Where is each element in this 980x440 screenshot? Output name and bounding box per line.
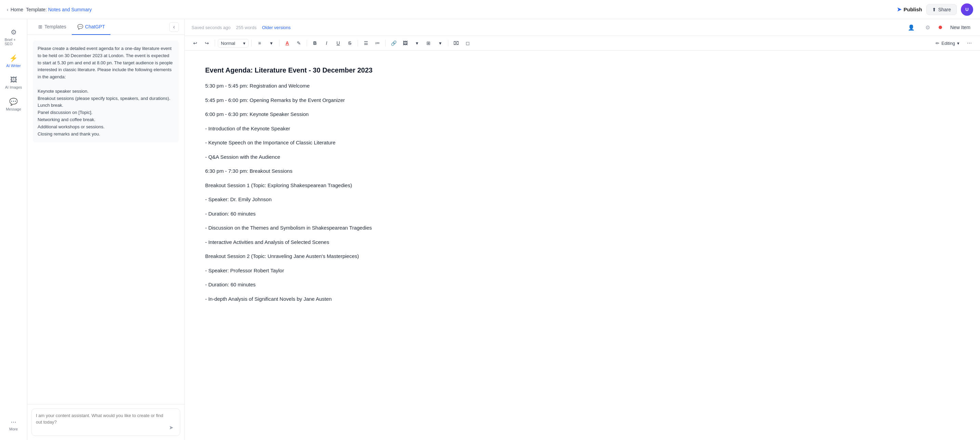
home-label: Home [11,7,23,12]
avatar[interactable]: U [961,3,973,16]
document-title: Event Agenda: Literature Event - 30 Dece… [205,64,959,76]
undo-icon: ↩ [193,40,197,46]
toolbar-divider-5 [358,40,358,46]
publish-button[interactable]: ➤ Publish [897,6,922,13]
editor-toolbar: ↩ ↪ Normal ▾ ≡ ▾ A ✎ [185,36,980,51]
redo-button[interactable]: ↪ [202,38,212,48]
send-icon: ➤ [169,424,173,431]
settings-icon-button[interactable]: ⚙ [922,22,933,33]
publish-icon: ➤ [897,6,901,13]
older-versions-link[interactable]: Older versions [262,25,291,30]
content-line-10: - Discussion on the Themes and Symbolism… [205,223,959,232]
clear-format-button[interactable]: ⌧ [451,38,461,48]
table-button[interactable]: ⊞ [423,38,434,48]
block-type-icon: ◻ [466,40,470,46]
toolbar-divider-6 [385,40,386,46]
users-icon: 👤 [908,24,915,31]
strikethrough-button[interactable]: S [345,38,355,48]
table-dropdown-button[interactable]: ▾ [435,38,445,48]
content-line-14: - Duration: 60 minutes [205,280,959,289]
breadcrumb: Template: Notes and Summary [26,7,92,12]
image-chevron-icon: ▾ [416,40,418,46]
tab-chatgpt[interactable]: 💬 ChatGPT [72,19,110,35]
link-button[interactable]: 🔗 [388,38,399,48]
new-item-button[interactable]: New Item [948,23,973,32]
toolbar-divider-3 [279,40,279,46]
tab-chatgpt-label: ChatGPT [85,24,105,29]
content-line-4: - Keynote Speech on the Importance of Cl… [205,138,959,147]
chat-panel: ⊞ Templates 💬 ChatGPT ‹ Please create a … [27,19,185,440]
text-color-icon: A [286,40,289,46]
style-label: Normal [221,41,235,46]
breadcrumb-link[interactable]: Notes and Summary [48,7,92,12]
underline-button[interactable]: U [333,38,343,48]
sidebar-item-message[interactable]: 💬 Message [2,94,25,115]
image-button[interactable]: 🖼 [400,38,410,48]
ai-writer-icon: ⚡ [9,54,18,62]
content-line-keynote-header: 6:00 pm - 6:30 pm: Keynote Speaker Sessi… [205,110,959,119]
numbered-list-button[interactable]: ≔ [372,38,383,48]
highlight-button[interactable]: ✎ [294,38,304,48]
image-icon: 🖼 [403,40,407,46]
editor-content[interactable]: Event Agenda: Literature Event - 30 Dece… [185,51,980,440]
content-line-15: - In-depth Analysis of Significant Novel… [205,295,959,303]
sidebar-item-label: Brief + SEO [5,38,22,46]
publish-label: Publish [904,6,922,12]
tab-templates-label: Templates [45,24,66,29]
content-line-0: 5:30 pm - 5:45 pm: Registration and Welc… [205,81,959,90]
sidebar-item-label: More [9,427,18,431]
bold-icon: B [313,40,317,46]
align-chevron-icon: ▾ [270,40,272,46]
word-count: 255 words [236,25,256,30]
chatgpt-icon: 💬 [77,24,83,29]
content-line-13: - Speaker: Professor Robert Taylor [205,266,959,275]
more-options-icon: ⋯ [967,40,972,46]
sidebar-item-ai-writer[interactable]: ⚡ AI Writer [2,51,25,71]
align-dropdown-button[interactable]: ▾ [266,38,276,48]
bold-button[interactable]: B [310,38,320,48]
sidebar-item-brief-seo[interactable]: ⚙ Brief + SEO [2,25,25,49]
chat-input[interactable] [36,412,164,432]
chat-input-area: ➤ [27,404,184,440]
bullet-list-icon: ☰ [364,40,368,46]
undo-button[interactable]: ↩ [190,38,200,48]
clear-format-icon: ⌧ [453,40,459,46]
style-selector[interactable]: Normal ▾ [218,39,248,48]
table-icon: ⊞ [426,40,431,46]
share-label: Share [938,7,951,12]
chat-tabs: ⊞ Templates 💬 ChatGPT ‹ [27,19,184,35]
share-icon: ⬆ [932,7,936,12]
align-icon: ≡ [258,40,261,46]
collapse-panel-button[interactable]: ‹ [169,22,179,32]
content-line-5: - Q&A Session with the Audience [205,153,959,161]
content-line-9: - Duration: 60 minutes [205,209,959,218]
user-message: Please create a detailed event agenda fo… [33,40,179,142]
editing-chevron-icon: ▾ [957,41,959,46]
chat-content: Please create a detailed event agenda fo… [27,35,184,404]
align-button[interactable]: ≡ [255,38,265,48]
tab-templates[interactable]: ⊞ Templates [33,19,72,35]
nav-right: ➤ Publish ⬆ Share U [897,3,973,16]
highlight-icon: ✎ [297,40,301,46]
chevron-left-icon: ‹ [7,7,8,12]
italic-button[interactable]: I [321,38,332,48]
more-options-button[interactable]: ⋯ [964,38,975,48]
new-item-label: New Item [950,25,970,30]
chevron-down-icon: ▾ [243,41,245,46]
home-button[interactable]: ‹ Home [7,7,23,12]
templates-icon: ⊞ [38,24,42,29]
toolbar-divider-7 [448,40,448,46]
sidebar-item-more[interactable]: ··· More [2,414,25,435]
sidebar-item-label: AI Writer [6,64,21,68]
editing-mode-button[interactable]: ✏ Editing ▾ [932,39,963,47]
image-dropdown-button[interactable]: ▾ [412,38,422,48]
send-button[interactable]: ➤ [166,422,176,432]
sidebar-item-label: AI Images [5,85,22,89]
bullet-list-button[interactable]: ☰ [361,38,371,48]
text-color-button[interactable]: A [282,38,292,48]
sidebar-item-ai-images[interactable]: 🖼 AI Images [2,73,25,93]
content-line-8: - Speaker: Dr. Emily Johnson [205,195,959,204]
users-icon-button[interactable]: 👤 [906,22,917,33]
share-button[interactable]: ⬆ Share [926,4,957,15]
block-type-button[interactable]: ◻ [463,38,473,48]
